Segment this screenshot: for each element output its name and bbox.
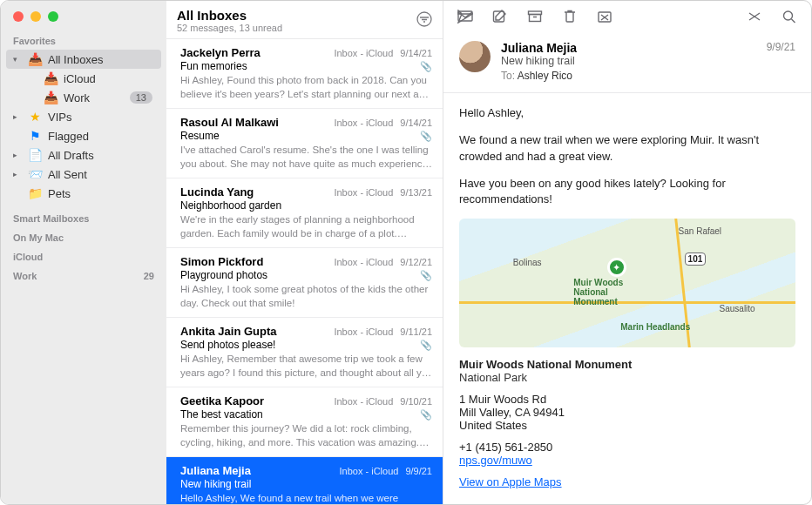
message-row[interactable]: Ankita Jain GuptaInbox - iCloud9/11/21Se…	[166, 318, 443, 387]
message-row[interactable]: Lucinda YangInbox - iCloud9/13/21Neighbo…	[166, 178, 443, 248]
mailbox-subtitle: 52 messages, 13 unread	[177, 23, 282, 33]
mail-window: Favorites ▾ 📥 All Inboxes 📥 iCloud 📥 Wor…	[0, 0, 812, 505]
minimize-window-button[interactable]	[30, 11, 41, 22]
map-pin-icon	[607, 258, 626, 277]
message-row[interactable]: Jackelyn PerraInbox - iCloud9/14/21Fun m…	[166, 39, 443, 109]
body-paragraph: Hello Ashley,	[459, 105, 795, 122]
message-from: Jackelyn Perra	[180, 46, 327, 59]
message-from: Geetika Kapoor	[180, 394, 327, 407]
message-subject: Resume	[180, 130, 415, 142]
message-subject: Fun memories	[180, 60, 415, 72]
chevron-down-icon[interactable]: ▾	[13, 55, 22, 64]
message-subject: Send photos please!	[180, 339, 415, 351]
chevron-right-icon[interactable]: ▸	[13, 151, 22, 159]
message-date: 9/9/21	[405, 466, 432, 476]
view-on-maps-link[interactable]: View on Apple Maps	[459, 475, 562, 488]
compose-button[interactable]	[492, 10, 508, 24]
more-button[interactable]	[747, 10, 762, 24]
sidebar-item-label: Flagged	[48, 130, 152, 143]
message-from: Rasoul Al Malkawi	[180, 116, 327, 129]
sidebar-item-all-inboxes[interactable]: ▾ 📥 All Inboxes	[6, 50, 161, 69]
message-date: 9/11/21	[400, 327, 432, 337]
place-url-link[interactable]: nps.gov/muwo	[459, 454, 532, 467]
svg-rect-4	[530, 15, 541, 22]
archive-button[interactable]	[527, 10, 543, 24]
sidebar-header-smart[interactable]: Smart Mailboxes	[1, 208, 166, 227]
star-icon: ★	[27, 110, 43, 124]
inbox-icon: 📥	[27, 52, 43, 66]
message-date: 9/9/21	[767, 41, 795, 82]
zoom-window-button[interactable]	[48, 11, 58, 22]
map-city-label: Bolinas	[513, 258, 542, 267]
sidebar-item-label: All Sent	[48, 168, 152, 181]
close-window-button[interactable]	[13, 11, 24, 22]
sidebar-item-vips[interactable]: ▸ ★ VIPs	[6, 107, 161, 126]
filter-button[interactable]	[416, 11, 432, 30]
sidebar-item-all-drafts[interactable]: ▸ 📄 All Drafts	[6, 145, 161, 165]
message-mailbox: Inbox - iCloud	[334, 118, 393, 128]
svg-point-6	[784, 11, 793, 20]
message-subject: Playground photos	[180, 269, 415, 281]
message-preview: We're in the early stages of planning a …	[180, 213, 432, 240]
message-row[interactable]: Geetika KapoorInbox - iCloud9/10/21The b…	[166, 387, 443, 457]
message-mailbox: Inbox - iCloud	[334, 396, 393, 407]
message-row[interactable]: Rasoul Al MalkawiInbox - iCloud9/14/21Re…	[166, 109, 443, 178]
message-mailbox: Inbox - iCloud	[340, 466, 399, 476]
message-preview: I've attached Carol's resume. She's the …	[180, 144, 432, 171]
message-row[interactable]: Simon PickfordInbox - iCloud9/12/21Playg…	[166, 248, 443, 318]
map-attachment[interactable]: 101 San Rafael Bolinas Sausalito Muir Wo…	[459, 219, 795, 347]
sidebar-item-work[interactable]: 📥 Work 13	[6, 88, 161, 107]
message-to: To: Ashley Rico	[501, 70, 756, 82]
sidebar-item-pets[interactable]: 📁 Pets	[6, 184, 161, 203]
paperplane-icon: 📨	[27, 167, 43, 181]
junk-button[interactable]	[597, 10, 612, 24]
message-from: Lucinda Yang	[180, 185, 327, 199]
message-date: 9/12/21	[400, 257, 432, 267]
message-mailbox: Inbox - iCloud	[334, 327, 393, 337]
trash-button[interactable]	[562, 10, 578, 24]
search-button[interactable]	[782, 10, 797, 24]
sidebar-item-label: Pets	[48, 187, 152, 200]
sidebar-header-icloud[interactable]: iCloud	[1, 246, 166, 266]
sidebar-item-all-sent[interactable]: ▸ 📨 All Sent	[6, 165, 161, 184]
sidebar-header-onmymac[interactable]: On My Mac	[1, 227, 166, 246]
inbox-icon: 📥	[43, 91, 58, 104]
map-city-label: San Rafael	[679, 226, 721, 236]
place-category: National Park	[459, 371, 795, 384]
attachment-icon: 📎	[420, 409, 432, 421]
toolbar	[443, 1, 811, 32]
message-row[interactable]: Juliana MejiaInbox - iCloud9/9/21New hik…	[166, 457, 443, 504]
sidebar-item-label: All Drafts	[48, 149, 152, 162]
sidebar-header-favorites: Favorites	[1, 30, 166, 50]
chevron-right-icon[interactable]: ▸	[13, 170, 22, 178]
message-body[interactable]: Hello Ashley, We found a new trail when …	[443, 93, 811, 501]
sidebar-item-label: All Inboxes	[48, 53, 152, 66]
message-from: Juliana Mejia	[180, 464, 333, 477]
sidebar-item-icloud[interactable]: 📥 iCloud	[6, 69, 161, 88]
message-date: 9/13/21	[400, 187, 432, 198]
inbox-icon: 📥	[43, 71, 58, 85]
attachment-icon: 📎	[420, 131, 432, 142]
map-park-label: Muir Woods National Monument	[573, 278, 623, 306]
map-park-label: Marin Headlands	[620, 322, 690, 332]
message-header: Juliana Mejia New hiking trail To: Ashle…	[443, 32, 811, 93]
sidebar-item-flagged[interactable]: ⚑ Flagged	[6, 126, 161, 145]
sidebar-header-work[interactable]: Work 29	[1, 266, 166, 285]
reader-pane: Juliana Mejia New hiking trail To: Ashle…	[443, 1, 811, 504]
sidebar-item-label: VIPs	[48, 111, 152, 124]
message-from: Juliana Mejia	[501, 41, 756, 55]
reply-button[interactable]	[457, 10, 473, 24]
window-controls	[1, 1, 166, 29]
message-subject: New hiking trail	[180, 478, 432, 490]
avatar[interactable]	[459, 41, 491, 72]
chevron-right-icon[interactable]: ▸	[13, 112, 22, 121]
message-from: Simon Pickford	[180, 255, 327, 268]
message-preview: Hi Ashley, I took some great photos of t…	[180, 283, 432, 310]
message-preview: Hello Ashley, We found a new trail when …	[180, 492, 432, 504]
highway-shield: 101	[685, 252, 707, 266]
place-card: Muir Woods National Monument National Pa…	[459, 358, 795, 488]
mailbox-header: All Inboxes 52 messages, 13 unread	[166, 1, 443, 39]
message-date: 9/14/21	[400, 48, 432, 58]
place-phone: +1 (415) 561-2850 nps.gov/muwo	[459, 441, 795, 467]
message-list[interactable]: Jackelyn PerraInbox - iCloud9/14/21Fun m…	[166, 39, 443, 504]
